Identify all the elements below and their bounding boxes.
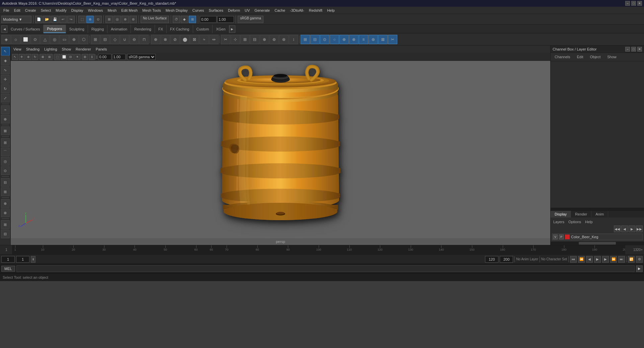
boolean-intersect-btn[interactable]: ⊓: [139, 35, 149, 44]
fill-hole-btn[interactable]: ⬤: [180, 35, 189, 44]
grid-toggle-btn[interactable]: ⊞: [82, 54, 88, 60]
tab-curves-surfaces[interactable]: Curves / Surfaces: [7, 25, 44, 33]
viewport[interactable]: View Shading Lighting Show Renderer Pane…: [11, 46, 550, 245]
tab-next-btn[interactable]: ▶: [229, 25, 235, 33]
view-menu-show[interactable]: Show: [61, 47, 73, 52]
paint-btn[interactable]: ⊗: [1, 208, 10, 217]
cut-sew-uvs-btn[interactable]: ✂: [388, 35, 397, 44]
misc-btn-1[interactable]: ⊞: [1, 220, 10, 229]
maximize-button[interactable]: □: [631, 1, 636, 6]
select-obj-btn[interactable]: ◈: [1, 35, 11, 44]
multi-cut-btn[interactable]: ⊹: [231, 35, 240, 44]
snap-to-grid-btn[interactable]: ⊞: [1, 138, 10, 147]
snap-to-curve-btn[interactable]: ⌒: [1, 148, 10, 156]
frame-slider-thumb[interactable]: ▮: [31, 256, 35, 263]
menu-mesh-display[interactable]: Mesh Display: [164, 8, 190, 13]
insert-edge-btn[interactable]: ⊞: [240, 35, 250, 44]
menu-generate[interactable]: Generate: [252, 8, 272, 13]
layers-next-btn[interactable]: ▶: [629, 226, 635, 232]
live-surface-btn[interactable]: No Live Surface: [141, 16, 169, 23]
texture-btn[interactable]: ⊟: [68, 54, 74, 60]
menu-uv[interactable]: UV: [243, 8, 252, 13]
layers-subtab-options[interactable]: Options: [567, 220, 582, 224]
smooth-shade-btn[interactable]: ⬜: [61, 54, 67, 60]
menu-create[interactable]: Create: [23, 8, 38, 13]
misc-btn-2[interactable]: ⊟: [1, 230, 10, 238]
playback-next-btn[interactable]: ⏭: [618, 256, 625, 263]
playback-play-btn[interactable]: ▶: [594, 256, 601, 263]
anim-range-end[interactable]: [500, 256, 513, 263]
separate-btn[interactable]: ⊗: [161, 35, 170, 44]
right-panel-hscrollbar[interactable]: [551, 242, 644, 245]
bevel-btn[interactable]: ◇: [110, 35, 119, 44]
menu-curves[interactable]: Curves: [190, 8, 206, 13]
color-space-select[interactable]: sRGB gamma: [127, 54, 156, 60]
flip-edge-btn[interactable]: ↕: [289, 35, 298, 44]
select-mode-btn[interactable]: ⬚: [78, 16, 86, 23]
snap-curve-btn[interactable]: ◎: [113, 16, 121, 23]
lasso-select-btn[interactable]: ⊕: [86, 16, 94, 23]
right-panel-scrollbar[interactable]: [551, 208, 644, 210]
menu-help[interactable]: Help: [325, 8, 337, 13]
grid-uvs-btn[interactable]: ⊠: [378, 35, 388, 44]
layer-p-btn[interactable]: P: [559, 235, 564, 239]
playback-back-btn[interactable]: ⏪: [578, 256, 585, 263]
show-tab[interactable]: Show: [606, 54, 618, 60]
paint-sel-btn[interactable]: ◈: [1, 56, 10, 65]
collapse-edge-btn[interactable]: ⊕: [260, 35, 269, 44]
view-menu-lighting[interactable]: Lighting: [43, 47, 59, 52]
panel-minimize-btn[interactable]: –: [625, 47, 630, 52]
extrude-btn[interactable]: ⊞: [91, 35, 100, 44]
menu-deform[interactable]: Deform: [226, 8, 242, 13]
history-btn[interactable]: ⏱: [173, 16, 180, 23]
cylindrical-map-btn[interactable]: ⊙: [320, 35, 329, 44]
mirror-btn[interactable]: ⇔: [209, 35, 219, 44]
tab-animation[interactable]: Animation: [107, 25, 131, 33]
tab-rendering[interactable]: Rendering: [131, 25, 155, 33]
playback-step-back-btn[interactable]: ◀: [586, 256, 593, 263]
cam-pan-btn[interactable]: ✛: [19, 54, 25, 60]
poly-torus-btn[interactable]: ◎: [50, 35, 59, 44]
current-frame-input[interactable]: [16, 256, 29, 263]
panel-close-btn[interactable]: ✕: [637, 47, 642, 52]
render-tab[interactable]: Render: [571, 211, 591, 217]
menu-select[interactable]: Select: [39, 8, 53, 13]
split-poly-btn[interactable]: ✂: [221, 35, 230, 44]
layers-last-btn[interactable]: ▶▶: [636, 226, 643, 232]
tab-fx-caching[interactable]: FX Caching: [167, 25, 193, 33]
auto-unwrap-btn[interactable]: ⊕: [339, 35, 349, 44]
tab-xgen[interactable]: XGen: [213, 25, 229, 33]
timeline-ruler[interactable]: 1102030405060657080901001101201301401501…: [12, 245, 625, 254]
normalize-uvs-btn[interactable]: ⊛: [369, 35, 378, 44]
anim-tab[interactable]: Anim: [591, 211, 608, 217]
scrollbar-thumb[interactable]: [579, 242, 616, 245]
menu-surfaces[interactable]: Surfaces: [207, 8, 225, 13]
menu-file[interactable]: File: [1, 8, 11, 13]
cam-orbit-btn[interactable]: ↻: [32, 54, 38, 60]
loop-btn[interactable]: 🔁: [628, 256, 635, 263]
playback-settings-btn[interactable]: ⚙: [636, 256, 643, 263]
smooth-btn[interactable]: ≈: [199, 35, 209, 44]
tab-rigging[interactable]: Rigging: [88, 25, 107, 33]
rotate-tool-btn[interactable]: ↻: [1, 84, 10, 93]
tab-polygons[interactable]: Polygons: [44, 25, 66, 33]
tab-fx[interactable]: FX: [155, 25, 167, 33]
offset-edge-btn[interactable]: ⊟: [250, 35, 259, 44]
open-scene-btn[interactable]: 📂: [43, 16, 51, 23]
playback-step-fwd-btn[interactable]: ▶: [602, 256, 609, 263]
poly-cylinder-btn[interactable]: ⊙: [30, 35, 40, 44]
menu-cache[interactable]: Cache: [272, 8, 287, 13]
select-tool-btn[interactable]: ↖: [1, 47, 10, 56]
layers-subtab-help[interactable]: Help: [584, 220, 594, 224]
x-coord-input[interactable]: [200, 16, 217, 23]
menu-mesh[interactable]: Mesh: [105, 8, 118, 13]
paint-select-btn[interactable]: ⊙: [94, 16, 102, 23]
menu-windows[interactable]: Windows: [86, 8, 105, 13]
target-weld-btn[interactable]: ⊛: [279, 35, 289, 44]
camera-opt-btn[interactable]: ⊟: [1, 178, 10, 187]
show-manip-btn[interactable]: ⊠: [1, 126, 10, 135]
close-button[interactable]: ✕: [637, 1, 642, 6]
view-menu-shading[interactable]: Shading: [25, 47, 41, 52]
view-menu-view[interactable]: View: [12, 47, 23, 52]
tab-custom[interactable]: Custom: [193, 25, 213, 33]
